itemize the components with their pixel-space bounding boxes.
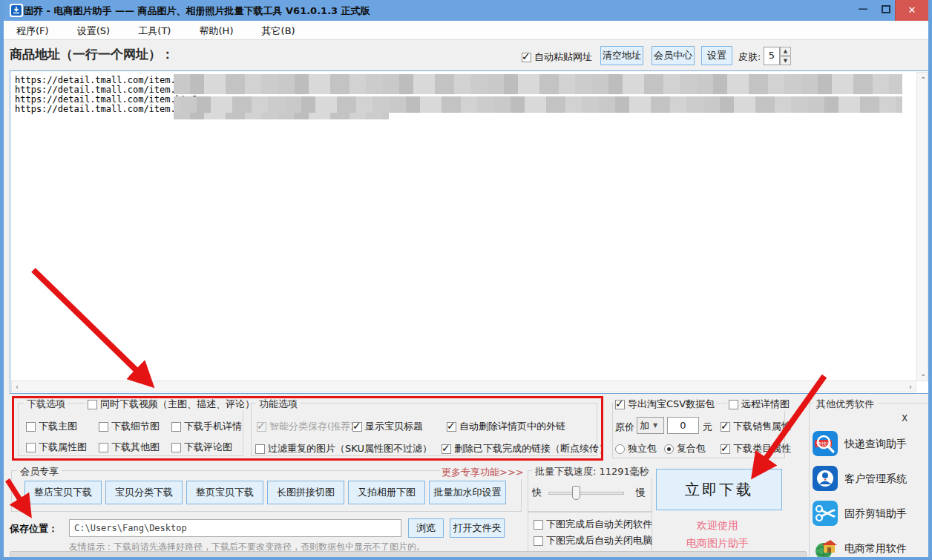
chevron-down-icon: ▼: [653, 422, 657, 429]
skin-value-field[interactable]: 5: [764, 47, 780, 65]
clear-address-button[interactable]: 清空地址: [600, 46, 643, 65]
skin-label: 皮肤:: [738, 50, 761, 64]
sidebar-item-customer-mgmt-label[interactable]: 客户管理系统: [844, 472, 907, 486]
title-bar[interactable]: 固乔 - 电商图片助手 —— 商品图片、相册照片批量下载工具 V61.0.1.3…: [0, 0, 932, 21]
sidebar-close-button[interactable]: X: [902, 413, 908, 424]
skin-spin-up-icon[interactable]: ▲: [780, 47, 791, 56]
price-unit-label: 元: [703, 421, 712, 434]
download-sales-attr-checkbox[interactable]: 下载销售属性: [721, 420, 791, 433]
checkbox-box[interactable]: [615, 400, 625, 409]
censored-mosaic: [174, 113, 389, 119]
scissors-icon: [813, 517, 838, 528]
horizontal-scrollbar[interactable]: ‹ ›: [11, 381, 916, 392]
export-csv-checkbox[interactable]: 导出淘宝CSV数据包: [614, 398, 716, 411]
radio-box[interactable]: [615, 444, 625, 454]
download-category-attr-checkbox[interactable]: 下载类目属性: [721, 442, 791, 455]
sidebar-item-ecommerce-software-label[interactable]: 电商常用软件: [844, 542, 907, 556]
remote-detail-checkbox[interactable]: 远程详情图: [727, 398, 791, 411]
other-software-title: 其他优秀软件: [813, 398, 877, 411]
house-globe-icon: [813, 552, 838, 560]
speed-slider-thumb[interactable]: [572, 486, 580, 500]
speed-fast-label: 快: [532, 486, 542, 499]
sidebar-item-express-query[interactable]: 查快递: [813, 431, 838, 458]
settings-button[interactable]: 设置: [701, 46, 732, 65]
save-location-label: 保存位置：: [10, 522, 58, 536]
member-center-button[interactable]: 会员中心: [652, 46, 695, 65]
auto-paste-checkbox[interactable]: 自动粘贴网址: [522, 50, 592, 64]
skin-spin-down-icon[interactable]: ▼: [780, 56, 791, 65]
checkbox-box[interactable]: [534, 536, 543, 546]
censored-mosaic: [174, 74, 902, 94]
batch-watermark-button[interactable]: 批量加水印设置: [429, 481, 506, 504]
long-image-stitch-button[interactable]: 长图拼接切图: [267, 481, 344, 504]
censored-mosaic: [174, 96, 902, 113]
speed-slow-label: 慢: [636, 486, 646, 499]
welcome-text-line2: 电商图片助手: [686, 537, 749, 550]
app-logo-icon: [10, 4, 23, 19]
scroll-down-icon[interactable]: ⌄: [920, 369, 926, 378]
radio-box[interactable]: [664, 444, 674, 454]
multi-pack-radio[interactable]: 复合包: [664, 442, 706, 455]
menu-help[interactable]: 帮助(H): [191, 21, 243, 38]
checkbox-box[interactable]: [534, 520, 543, 530]
sidebar-item-ecommerce-software[interactable]: [813, 536, 838, 560]
menu-program[interactable]: 程序(F): [7, 21, 58, 38]
scroll-right-icon[interactable]: ›: [909, 383, 912, 391]
window-title: 固乔 - 电商图片助手 —— 商品图片、相册照片批量下载工具 V61.0.1.3…: [24, 4, 370, 18]
open-folder-button[interactable]: 打开文件夹: [450, 518, 505, 538]
price-op-select[interactable]: 加 ▼: [637, 417, 664, 434]
category-download-button[interactable]: 宝贝分类下载: [105, 481, 183, 504]
address-header-label: 商品地址（一行一个网址）：: [10, 46, 174, 63]
vertical-scrollbar[interactable]: ⌃ ⌄: [916, 72, 928, 381]
maximize-button[interactable]: [876, 0, 896, 21]
minimize-button[interactable]: —: [852, 0, 874, 21]
page-download-button[interactable]: 整页宝贝下载: [186, 481, 263, 504]
welcome-text-line1: 欢迎使用: [697, 519, 738, 533]
menu-settings[interactable]: 设置(S): [68, 21, 119, 38]
close-pc-after-checkbox[interactable]: 下图完成后自动关闭电脑: [534, 534, 652, 547]
checkbox-box[interactable]: [721, 444, 730, 454]
menu-other[interactable]: 其它(B): [253, 21, 304, 38]
menu-tools[interactable]: 工具(T): [129, 21, 180, 38]
checkbox-box[interactable]: [729, 400, 738, 409]
more-member-features-link[interactable]: 更多专享功能>>>: [440, 466, 525, 479]
browse-button[interactable]: 浏览: [408, 518, 444, 538]
red-highlight-rectangle: [12, 396, 603, 461]
save-path-input[interactable]: [69, 519, 401, 537]
single-pack-radio[interactable]: 独立包: [615, 442, 657, 455]
download-now-button[interactable]: 立即下载: [656, 469, 782, 510]
scroll-left-icon[interactable]: ‹: [16, 383, 19, 391]
skin-spinner: ▲ ▼: [780, 47, 791, 65]
sidebar-item-express-query-label[interactable]: 快递查询助手: [844, 438, 907, 451]
speed-slider-track[interactable]: [548, 492, 624, 495]
price-value-field[interactable]: 0: [667, 417, 699, 434]
auto-paste-checkbox-box[interactable]: [522, 53, 531, 62]
member-group-title: 会员专享: [17, 465, 62, 478]
progress-bar: [10, 551, 807, 559]
whole-shop-download-button[interactable]: 整店宝贝下载: [24, 481, 102, 504]
customer-management-icon: [813, 482, 838, 493]
close-button[interactable]: ✕: [895, 0, 928, 21]
close-app-after-checkbox[interactable]: 下图完成后自动关闭软件: [534, 518, 652, 531]
scroll-up-icon[interactable]: ⌃: [920, 76, 926, 84]
sidebar-item-customer-mgmt[interactable]: [813, 466, 838, 493]
app-window: 固乔 - 电商图片助手 —— 商品图片、相册照片批量下载工具 V61.0.1.3…: [0, 0, 932, 560]
sidebar-item-clip-assistant[interactable]: [813, 501, 838, 528]
price-label: 原价: [615, 421, 634, 434]
yupoo-album-download-button[interactable]: 又拍相册下图: [348, 481, 425, 504]
express-search-icon: 查快递: [813, 447, 838, 458]
product-url-textarea[interactable]: https://detail.tmall.com/item.htm?s http…: [10, 70, 930, 394]
menu-bar: 程序(F) 设置(S) 工具(T) 帮助(H) 其它(B): [0, 21, 932, 40]
checkbox-box[interactable]: [721, 422, 730, 432]
sidebar-item-clip-assistant-label[interactable]: 固乔剪辑助手: [844, 507, 907, 521]
speed-title: 批量下载速度: 11291毫秒: [532, 465, 652, 478]
